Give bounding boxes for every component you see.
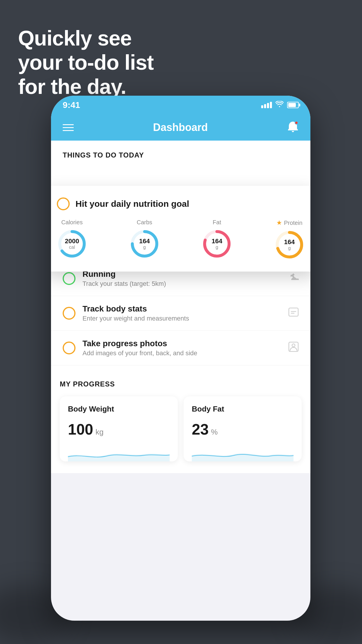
fat-label: Fat xyxy=(213,219,221,226)
protein-star-icon: ★ xyxy=(276,219,282,227)
task-progress-photos[interactable]: Take progress photos Add images of your … xyxy=(51,331,310,365)
app-content: THINGS TO DO TODAY Hit your daily nutrit… xyxy=(51,141,310,473)
body-weight-value: 100 xyxy=(68,421,93,438)
calories-donut: 2000 cal xyxy=(57,229,87,259)
nutrition-calories: Calories 2000 cal xyxy=(57,219,87,259)
progress-photos-desc: Add images of your front, back, and side xyxy=(82,349,281,357)
status-bar: 9:41 xyxy=(51,96,310,114)
nutrition-row: Calories 2000 cal Carbs xyxy=(57,219,305,260)
protein-donut: 164 g xyxy=(274,230,305,260)
notification-badge xyxy=(295,121,298,125)
body-weight-unit: kg xyxy=(96,428,103,437)
fat-donut: 164 g xyxy=(202,229,232,259)
running-icon xyxy=(288,273,299,284)
progress-photos-name: Take progress photos xyxy=(82,339,281,348)
nav-bar: Dashboard xyxy=(51,114,310,141)
calories-label: Calories xyxy=(61,219,82,226)
carbs-value: 164 xyxy=(139,238,150,245)
task-body-stats[interactable]: Track body stats Enter your weight and m… xyxy=(51,296,310,331)
task-list: Running Track your stats (target: 5km) T… xyxy=(51,261,310,365)
body-fat-title: Body Fat xyxy=(192,405,294,414)
nutrition-carbs: Carbs 164 g xyxy=(129,219,160,259)
body-fat-unit: % xyxy=(211,428,218,437)
calories-value: 2000 xyxy=(65,238,79,245)
fat-value: 164 xyxy=(212,238,222,245)
body-stats-name: Track body stats xyxy=(82,304,281,314)
signal-icon xyxy=(261,102,272,108)
protein-unit: g xyxy=(284,246,295,251)
fat-unit: g xyxy=(212,245,222,250)
nav-title: Dashboard xyxy=(153,121,208,134)
person-icon xyxy=(288,342,299,354)
body-stats-text: Track body stats Enter your weight and m… xyxy=(82,304,281,322)
headline: Quickly see your to-do list for the day. xyxy=(18,26,154,99)
running-text: Running Track your stats (target: 5km) xyxy=(82,270,281,288)
menu-button[interactable] xyxy=(63,124,74,131)
body-weight-card: Body Weight 100 kg xyxy=(60,396,178,461)
progress-header: MY PROGRESS xyxy=(60,380,302,388)
nutrition-fat: Fat 164 g xyxy=(202,219,232,259)
protein-label: Protein xyxy=(284,220,302,226)
things-to-do-header: THINGS TO DO TODAY xyxy=(51,141,310,165)
wifi-icon xyxy=(275,101,284,109)
body-weight-title: Body Weight xyxy=(68,405,170,414)
svg-point-10 xyxy=(292,344,295,347)
carbs-label: Carbs xyxy=(137,219,152,226)
notification-button[interactable] xyxy=(287,120,299,134)
body-weight-wave xyxy=(68,444,170,461)
battery-icon xyxy=(287,102,299,108)
svg-rect-8 xyxy=(289,308,298,316)
carbs-donut: 164 g xyxy=(129,229,160,259)
running-desc: Track your stats (target: 5km) xyxy=(82,280,281,288)
body-fat-wave xyxy=(192,444,294,461)
carbs-unit: g xyxy=(139,245,150,250)
running-circle xyxy=(63,272,75,285)
body-stats-desc: Enter your weight and measurements xyxy=(82,315,281,322)
nutrition-card: Hit your daily nutrition goal Calories 2… xyxy=(51,186,310,272)
progress-photos-circle xyxy=(63,342,75,354)
status-time: 9:41 xyxy=(63,100,80,110)
body-fat-card: Body Fat 23 % xyxy=(184,396,302,461)
status-icons xyxy=(261,101,299,109)
progress-photos-text: Take progress photos Add images of your … xyxy=(82,339,281,357)
protein-value: 164 xyxy=(284,239,295,246)
nutrition-protein: ★ Protein 164 g xyxy=(274,219,305,260)
scale-icon xyxy=(288,307,299,320)
nutrition-card-title: Hit your daily nutrition goal xyxy=(75,199,189,209)
phone-mockup: 9:41 Dashboard xyxy=(51,96,310,621)
calories-unit: cal xyxy=(65,245,79,250)
body-stats-circle xyxy=(63,307,75,320)
body-fat-value: 23 xyxy=(192,421,209,438)
progress-cards: Body Weight 100 kg Body Fat xyxy=(60,396,302,461)
progress-section: MY PROGRESS Body Weight 100 kg xyxy=(51,365,310,473)
nutrition-circle-check xyxy=(57,197,70,210)
